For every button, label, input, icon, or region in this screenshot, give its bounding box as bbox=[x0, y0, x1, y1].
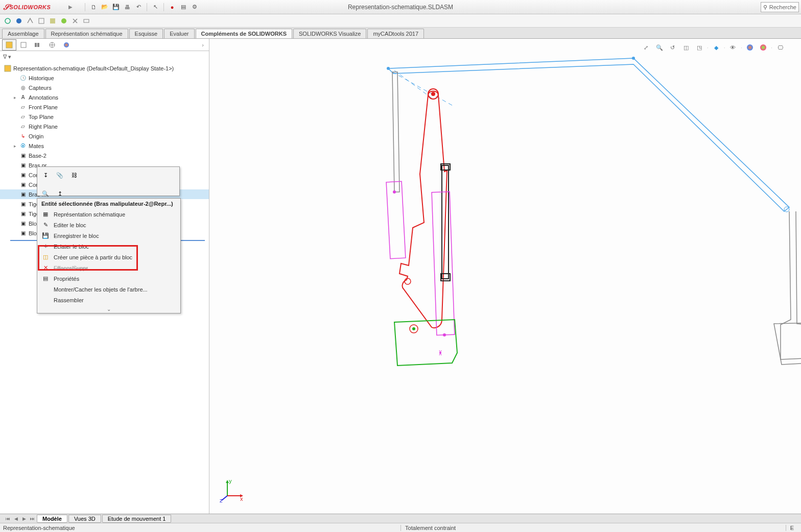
tree-item-base2[interactable]: ▣Base-2 bbox=[0, 151, 209, 160]
cm-rassembler[interactable]: Rassembler bbox=[37, 295, 180, 305]
cm-effacer[interactable]: ✕Effacer/Suppr bbox=[37, 262, 180, 273]
svg-point-1 bbox=[16, 18, 21, 23]
bottom-tab-etude-mouvement[interactable]: Etude de mouvement 1 bbox=[102, 515, 172, 523]
tab-nav-first[interactable]: ⏮ bbox=[4, 516, 11, 521]
save-icon: 💾 bbox=[41, 232, 50, 240]
tab-complements[interactable]: Compléments de SOLIDWORKS bbox=[196, 29, 292, 38]
tab-representation-schematique[interactable]: Représentation schématique bbox=[45, 29, 128, 38]
svg-point-15 bbox=[387, 67, 390, 70]
tree-item-annotations[interactable]: ▸AAnnotations bbox=[0, 92, 209, 102]
svg-rect-12 bbox=[5, 65, 11, 71]
history-icon: 🕓 bbox=[19, 75, 27, 82]
graphics-viewport[interactable]: ⤢ 🔍 ↺ ◫ ◳ · ◆ · 👁 · · 🖵 bbox=[209, 39, 801, 514]
schematic-drawing bbox=[363, 49, 801, 447]
search-box[interactable]: ⚲ Recherche bbox=[761, 2, 799, 12]
tab-esquisse[interactable]: Esquisse bbox=[129, 29, 163, 38]
bottom-tab-modele[interactable]: Modèle bbox=[37, 515, 67, 523]
block-icon: ▣ bbox=[19, 210, 27, 217]
tab-mycadtools[interactable]: myCADtools 2017 bbox=[367, 29, 424, 38]
options-button[interactable]: ▤ bbox=[178, 2, 189, 12]
tool-icon-3[interactable] bbox=[26, 16, 35, 26]
block-icon: ▣ bbox=[19, 181, 27, 188]
tree-item-historique[interactable]: 🕓Historique bbox=[0, 73, 209, 83]
tree-item-front-plane[interactable]: ▱Front Plane bbox=[0, 102, 209, 112]
tree-item-top-plane[interactable]: ▱Top Plane bbox=[0, 112, 209, 122]
tab-assemblage[interactable]: Assemblage bbox=[2, 29, 44, 38]
open-file-button[interactable]: 📂 bbox=[100, 2, 110, 12]
svg-rect-7 bbox=[21, 42, 26, 47]
title-bar: 𝒮SOLIDWORKS ▶ 🗋 📂 💾 🖶 ↶ ↖ ● ▤ ⚙ Represen… bbox=[0, 0, 801, 14]
undo-button[interactable]: ↶ bbox=[133, 2, 144, 12]
cm-montrer-cacher[interactable]: Montrer/Cacher les objets de l'arbre... bbox=[37, 284, 180, 295]
app-menu-dropdown[interactable]: ▶ bbox=[68, 4, 73, 10]
tree-root-label: Representation-schematique (Default<Defa… bbox=[13, 65, 174, 71]
tool-icon-4[interactable] bbox=[37, 16, 46, 26]
svg-rect-2 bbox=[39, 18, 44, 23]
axis-triad: y x z bbox=[220, 478, 245, 503]
block-icon: ▣ bbox=[19, 230, 27, 237]
tool-icon-5[interactable] bbox=[48, 16, 57, 26]
svg-rect-3 bbox=[50, 18, 55, 23]
svg-text:x: x bbox=[240, 496, 243, 502]
command-manager-tabs: Assemblage Représentation schématique Es… bbox=[0, 28, 801, 39]
save-button[interactable]: 💾 bbox=[111, 2, 121, 12]
sensor-icon: ◎ bbox=[19, 84, 27, 91]
tree-item-capteurs[interactable]: ◎Capteurs bbox=[0, 83, 209, 92]
tool-icon-7[interactable] bbox=[70, 16, 80, 26]
panel-expand-arrow[interactable]: › bbox=[199, 42, 207, 48]
mini-tool-5[interactable]: ↥ bbox=[55, 188, 65, 199]
rebuild-button[interactable]: ● bbox=[167, 2, 177, 12]
settings-button[interactable]: ⚙ bbox=[190, 2, 200, 12]
tab-nav-next[interactable]: ▶ bbox=[20, 516, 28, 521]
context-menu-expand[interactable]: ⌄ bbox=[37, 305, 180, 313]
svg-point-16 bbox=[632, 57, 635, 60]
display-tab[interactable] bbox=[59, 39, 74, 51]
print-button[interactable]: 🖶 bbox=[122, 2, 132, 12]
secondary-toolbar bbox=[0, 14, 801, 28]
tab-evaluer[interactable]: Evaluer bbox=[164, 29, 194, 38]
bottom-tab-vues3d[interactable]: Vues 3D bbox=[68, 515, 101, 523]
block-icon: ▣ bbox=[19, 172, 27, 179]
mini-tool-4[interactable]: 🔍 bbox=[40, 188, 51, 199]
configuration-tab[interactable] bbox=[31, 39, 45, 51]
cm-enregistrer-bloc[interactable]: 💾Enregistrer le bloc bbox=[37, 230, 180, 241]
svg-point-22 bbox=[405, 278, 411, 284]
status-constraint: Totalement contraint bbox=[400, 525, 460, 531]
svg-rect-18 bbox=[386, 181, 406, 258]
tree-item-right-plane[interactable]: ▱Right Plane bbox=[0, 122, 209, 131]
cm-eclater-bloc[interactable]: ✶Eclater le bloc bbox=[37, 241, 180, 252]
dimxpert-tab[interactable] bbox=[45, 39, 59, 51]
assembly-icon bbox=[4, 65, 11, 72]
tool-icon-6[interactable] bbox=[59, 16, 68, 26]
tree-item-mates[interactable]: ▸⦿Mates bbox=[0, 141, 209, 151]
mini-tool-3[interactable]: ⛓ bbox=[69, 170, 79, 180]
tool-icon-1[interactable] bbox=[3, 16, 12, 26]
tab-nav-prev[interactable]: ◀ bbox=[12, 516, 19, 521]
feature-tree-tab[interactable] bbox=[2, 39, 16, 51]
status-left: Representation-schematique bbox=[3, 525, 75, 531]
cm-proprietes[interactable]: ▤Propriétés bbox=[37, 273, 180, 284]
cm-editer-bloc[interactable]: ✎Editer le bloc bbox=[37, 220, 180, 230]
mini-tool-1[interactable]: ↧ bbox=[40, 170, 51, 180]
tree-root[interactable]: Representation-schematique (Default<Defa… bbox=[0, 63, 209, 73]
property-manager-tab[interactable] bbox=[16, 39, 31, 51]
tree-item-origin[interactable]: ↳Origin bbox=[0, 131, 209, 141]
tab-visualize[interactable]: SOLIDWORKS Visualize bbox=[293, 29, 366, 38]
search-icon: ⚲ bbox=[763, 4, 767, 11]
context-mini-toolbar: ↧ 📎 ⛓ 🔍 ↥ bbox=[37, 166, 180, 196]
svg-line-36 bbox=[222, 496, 227, 500]
origin-icon: ↳ bbox=[19, 133, 27, 140]
status-bar: Representation-schematique Totalement co… bbox=[0, 523, 801, 532]
explode-icon: ✶ bbox=[41, 243, 50, 251]
cm-representation-schematique[interactable]: ▦Représentation schématique bbox=[37, 209, 180, 220]
cm-creer-piece[interactable]: ◫Créer une pièce à partir du bloc bbox=[37, 252, 180, 262]
tab-nav-last[interactable]: ⏭ bbox=[29, 516, 36, 521]
tool-icon-2[interactable] bbox=[14, 16, 23, 26]
mini-tool-2[interactable]: 📎 bbox=[55, 170, 65, 180]
tool-icon-8[interactable] bbox=[82, 16, 91, 26]
select-button[interactable]: ↖ bbox=[150, 2, 160, 12]
svg-rect-9 bbox=[37, 43, 39, 47]
filter-row[interactable]: ∇ ▾ bbox=[0, 51, 209, 62]
new-file-button[interactable]: 🗋 bbox=[88, 2, 99, 12]
status-far-right: E bbox=[786, 525, 798, 531]
